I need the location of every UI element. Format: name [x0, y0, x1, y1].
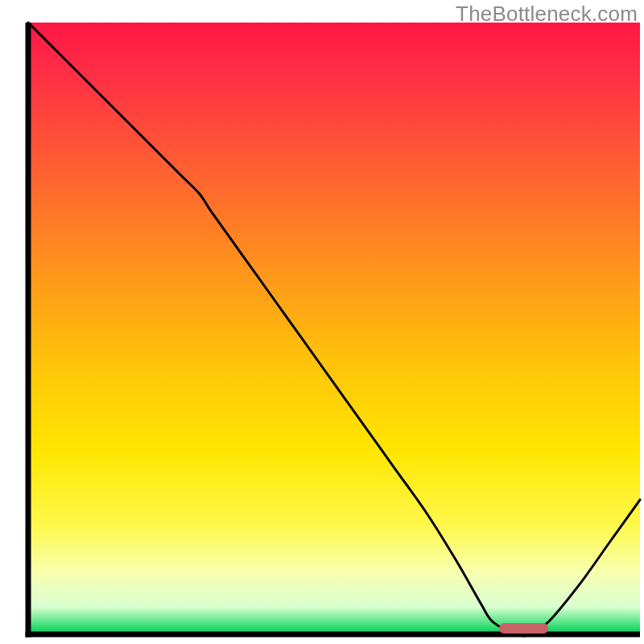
chart-frame: TheBottleneck.com: [0, 0, 644, 644]
watermark-text: TheBottleneck.com: [456, 2, 638, 27]
bottleneck-chart: [0, 0, 644, 644]
optimal-range-marker: [499, 623, 548, 634]
